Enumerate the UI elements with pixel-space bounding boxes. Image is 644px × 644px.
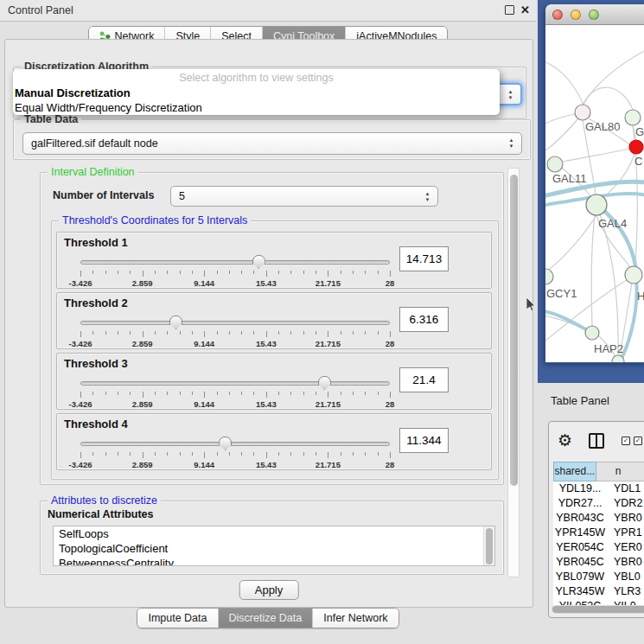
table-row[interactable]: YDL19...YDL1 xyxy=(553,481,644,496)
network-node[interactable] xyxy=(547,156,563,172)
tab-impute-data[interactable]: Impute Data xyxy=(137,609,217,628)
table-row[interactable]: YDR27...YDR2 xyxy=(553,496,644,511)
bottom-tab-bar: Impute Data Discretize Data Infer Networ… xyxy=(0,608,536,628)
slider-thumb[interactable] xyxy=(252,255,265,269)
attribute-item[interactable]: SelfLoops xyxy=(54,526,494,541)
attribute-item[interactable]: TopologicalCoefficient xyxy=(54,541,494,556)
threshold-label: Threshold 4 xyxy=(64,418,128,430)
node-label: H xyxy=(637,290,644,303)
network-node[interactable] xyxy=(629,140,643,154)
algorithm-dropdown-popup: Select algorithm to view settings Manual… xyxy=(13,69,500,115)
slider-track[interactable] xyxy=(80,321,390,325)
column-header-shared[interactable]: shared... xyxy=(553,462,596,481)
slider-ticks xyxy=(80,271,390,277)
close-panel-icon[interactable]: ✕ xyxy=(520,5,530,16)
num-intervals-value: 5 xyxy=(179,190,185,202)
network-node[interactable] xyxy=(585,326,599,340)
threshold-slider[interactable]: -3.4262.8599.14415.4321.71528 xyxy=(80,253,390,288)
zoom-window-icon[interactable] xyxy=(589,10,599,20)
column-header-name[interactable]: n xyxy=(596,462,644,481)
node-label: GAL11 xyxy=(552,172,587,185)
table-row[interactable]: YBL079WYBL0 xyxy=(553,570,644,584)
threshold-value-field[interactable]: 14.713 xyxy=(399,246,449,271)
network-node[interactable] xyxy=(575,105,590,120)
settings-scroll-area: Interval Definition Number of Intervals … xyxy=(13,168,523,577)
minimize-window-icon[interactable] xyxy=(571,10,581,20)
checkbox-icon[interactable]: ✓ xyxy=(622,437,630,445)
panel-title: Control Panel xyxy=(8,4,73,16)
network-node[interactable] xyxy=(625,110,641,125)
attribute-item[interactable]: BetweennessCentrality xyxy=(54,556,494,566)
stepper-icons: ▲▼ xyxy=(507,135,515,152)
slider-thumb[interactable] xyxy=(169,316,182,329)
checkbox-icon[interactable]: ✓ xyxy=(634,437,642,445)
attributes-list[interactable]: SelfLoopsTopologicalCoefficientBetweenne… xyxy=(53,526,495,566)
table-panel: ⚙ ✓ ✓ shared... n YDL19...YDL1YDR27...YD… xyxy=(548,421,644,618)
table-data-value: galFiltered.sif default node xyxy=(31,137,158,150)
num-intervals-combobox[interactable]: 5 ▲▼ xyxy=(170,186,438,207)
dropdown-option-equal-width[interactable]: Equal Width/Frequency Discretization xyxy=(13,100,500,115)
slider-track[interactable] xyxy=(80,260,390,265)
threshold-row: Threshold 1 -3.4262.8599.14415.4321.7152… xyxy=(56,232,492,289)
slider-track[interactable] xyxy=(80,381,390,386)
network-node[interactable] xyxy=(612,355,624,362)
table-row[interactable]: YPR145WYPR1 xyxy=(553,526,644,540)
slider-tick-labels: -3.4262.8599.14415.4321.71528 xyxy=(80,339,390,348)
slider-thumb[interactable] xyxy=(219,437,232,450)
table-toolbar: ⚙ ✓ ✓ xyxy=(549,422,644,462)
table-row[interactable]: YER054CYER0 xyxy=(553,540,644,555)
apply-button[interactable]: Apply xyxy=(239,580,299,600)
dropdown-option-manual[interactable]: Manual Discretization xyxy=(13,86,500,100)
network-canvas[interactable]: GAL80GACGAL11GAL4GCY1HHAP2 xyxy=(545,25,644,362)
threshold-value-field[interactable]: 21.4 xyxy=(399,367,449,392)
slider-ticks xyxy=(80,331,390,338)
table-row[interactable]: YBR045CYBR0 xyxy=(553,555,644,570)
node-label: HAP2 xyxy=(594,342,623,355)
interval-definition-group: Interval Definition Number of Intervals … xyxy=(40,172,504,485)
threshold-slider[interactable]: -3.4262.8599.14415.4321.71528 xyxy=(80,314,390,348)
threshold-label: Threshold 2 xyxy=(64,296,128,309)
network-node[interactable] xyxy=(586,194,607,215)
list-scrollbar[interactable] xyxy=(483,526,494,565)
threshold-slider[interactable]: -3.4262.8599.14415.4321.71528 xyxy=(80,374,390,409)
table-row[interactable]: YLR345WYLR3 xyxy=(553,584,644,599)
threshold-slider[interactable]: -3.4262.8599.14415.4321.71528 xyxy=(80,435,390,469)
columns-icon[interactable] xyxy=(589,433,604,449)
network-window-titlebar xyxy=(545,4,644,25)
stepper-icons: ▲▼ xyxy=(507,86,514,104)
float-panel-icon[interactable] xyxy=(505,5,514,15)
table-data-combobox[interactable]: galFiltered.sif default node ▲▼ xyxy=(22,132,522,155)
node-label: GCY1 xyxy=(546,287,577,300)
thresholds-group: Threshold's Coordinates for 5 Intervals … xyxy=(51,220,499,480)
threshold-row: Threshold 4 -3.4262.8599.14415.4321.7152… xyxy=(56,413,492,470)
close-window-icon[interactable] xyxy=(552,10,563,20)
scrollbar-thumb[interactable] xyxy=(510,175,518,486)
gear-icon[interactable]: ⚙ xyxy=(558,431,572,450)
node-label: C xyxy=(634,155,642,168)
scrollbar-thumb[interactable] xyxy=(552,606,644,613)
table-row[interactable]: YBR043CYBR0 xyxy=(553,511,644,526)
threshold-value-field[interactable]: 6.316 xyxy=(399,307,449,332)
slider-track[interactable] xyxy=(80,442,390,446)
tab-discretize-data[interactable]: Discretize Data xyxy=(218,609,313,628)
table-body: YDL19...YDL1YDR27...YDR2YBR043CYBR0YPR14… xyxy=(553,481,644,614)
control-panel-titlebar: Control Panel ✕ xyxy=(0,0,536,22)
tab-infer-network[interactable]: Infer Network xyxy=(312,609,398,628)
table-header: shared... n xyxy=(553,462,644,481)
group-title: Table Data xyxy=(21,113,81,125)
network-node[interactable] xyxy=(545,269,553,284)
network-view-window: GAL80GACGAL11GAL4GCY1HHAP2 xyxy=(545,4,644,363)
node-label: GAL80 xyxy=(585,120,620,133)
slider-ticks xyxy=(80,392,390,399)
horizontal-scrollbar[interactable] xyxy=(552,605,644,614)
node-label: GA xyxy=(635,125,644,138)
table-panel-title: Table Panel xyxy=(551,394,609,407)
slider-tick-labels: -3.4262.8599.14415.4321.71528 xyxy=(80,278,390,287)
slider-tick-labels: -3.4262.8599.14415.4321.71528 xyxy=(80,399,390,408)
threshold-value-field[interactable]: 11.344 xyxy=(399,428,449,453)
slider-thumb[interactable] xyxy=(318,376,331,390)
network-node[interactable] xyxy=(625,266,642,284)
group-title: Threshold's Coordinates for 5 Intervals xyxy=(59,214,251,226)
table-data-group: Table Data galFiltered.sif default node … xyxy=(13,119,531,160)
vertical-scrollbar[interactable] xyxy=(507,168,520,577)
